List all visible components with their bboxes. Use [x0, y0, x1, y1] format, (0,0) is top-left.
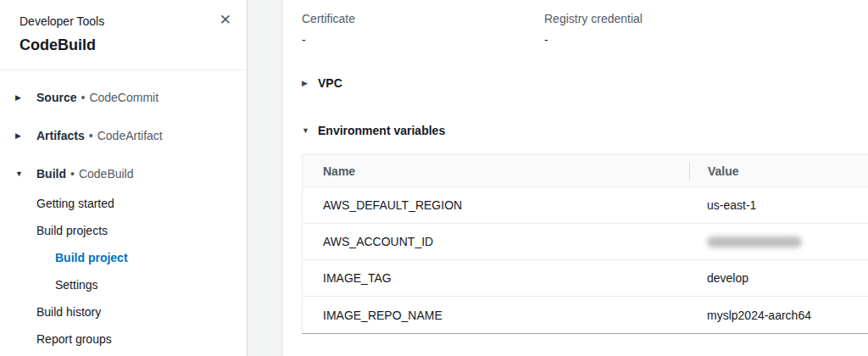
sidebar-item-source[interactable]: ▶ Source • CodeCommit: [0, 89, 247, 106]
redacted-value: [707, 236, 802, 248]
bullet-separator: •: [81, 91, 85, 104]
table-row: IMAGE_REPO_NAME myslp2024-aarch64: [303, 297, 868, 333]
section-label: Artifacts: [36, 129, 85, 142]
table-header-row: Name Value: [303, 155, 868, 187]
env-var-value: myslp2024-aarch64: [689, 309, 868, 322]
sidebar-item-build-history[interactable]: Build history: [0, 303, 247, 320]
env-var-name: AWS_DEFAULT_REGION: [303, 198, 689, 212]
column-header-name: Name: [303, 164, 689, 178]
environment-variables-table: Name Value AWS_DEFAULT_REGION us-east-1 …: [302, 154, 868, 334]
section-title: Environment variables: [318, 124, 445, 137]
chevron-right-icon: ▶: [15, 132, 36, 140]
section-service: CodeBuild: [79, 167, 134, 181]
certificate-field: Certificate -: [302, 10, 544, 48]
sidebar-eyebrow: Developer Tools: [19, 13, 233, 30]
env-var-value: [689, 236, 868, 248]
sidebar: Developer Tools CodeBuild ✕ ▶ Source • C…: [0, 0, 248, 356]
section-label: Source: [36, 91, 76, 104]
sidebar-item-build-project[interactable]: Build project: [0, 249, 247, 266]
registry-credential-field: Registry credential -: [544, 10, 787, 48]
env-var-value: develop: [689, 271, 868, 285]
table-row: AWS_DEFAULT_REGION us-east-1: [303, 187, 868, 224]
sidebar-item-report-groups[interactable]: Report groups: [0, 331, 247, 348]
codebuild-console: Developer Tools CodeBuild ✕ ▶ Source • C…: [0, 0, 868, 356]
environment-variables-section-toggle[interactable]: ▼ Environment variables: [302, 122, 868, 139]
env-var-name: IMAGE_REPO_NAME: [303, 309, 689, 322]
table-row: IMAGE_TAG develop: [303, 260, 868, 297]
sidebar-item-artifacts[interactable]: ▶ Artifacts • CodeArtifact: [0, 127, 247, 144]
panel-gutter: [248, 0, 283, 356]
chevron-down-icon: ▼: [15, 170, 36, 178]
section-label: Build: [36, 167, 66, 181]
vpc-section-toggle[interactable]: ▶ VPC: [302, 75, 868, 92]
sidebar-item-getting-started[interactable]: Getting started: [0, 195, 247, 212]
detail-fields: Certificate - Registry credential -: [302, 10, 868, 48]
column-header-value: Value: [690, 164, 868, 178]
section-title: VPC: [318, 76, 342, 90]
section-service: CodeCommit: [89, 91, 159, 104]
table-row: AWS_ACCOUNT_ID: [303, 224, 868, 260]
sidebar-title: CodeBuild: [19, 36, 233, 54]
bullet-separator: •: [89, 129, 93, 142]
chevron-right-icon: ▶: [15, 94, 36, 102]
bullet-separator: •: [70, 167, 75, 181]
sidebar-nav: ▶ Source • CodeCommit ▶ Artifacts • Code…: [0, 70, 247, 348]
field-label: Registry credential: [544, 10, 787, 27]
field-value: -: [544, 31, 787, 48]
sidebar-header: Developer Tools CodeBuild: [0, 0, 247, 70]
env-var-name: IMAGE_TAG: [303, 271, 689, 285]
chevron-down-icon: ▼: [302, 127, 318, 135]
env-var-value: us-east-1: [689, 198, 868, 212]
section-service: CodeArtifact: [97, 129, 163, 142]
close-icon[interactable]: ✕: [220, 13, 231, 27]
field-label: Certificate: [302, 10, 544, 27]
build-project-details: Certificate - Registry credential - ▶ VP…: [283, 0, 868, 356]
env-var-name: AWS_ACCOUNT_ID: [303, 235, 689, 248]
field-value: -: [302, 31, 544, 48]
sidebar-item-settings[interactable]: Settings: [0, 276, 247, 293]
sidebar-item-build[interactable]: ▼ Build • CodeBuild: [0, 165, 247, 182]
sidebar-item-build-projects[interactable]: Build projects: [0, 222, 247, 239]
chevron-right-icon: ▶: [302, 80, 318, 87]
